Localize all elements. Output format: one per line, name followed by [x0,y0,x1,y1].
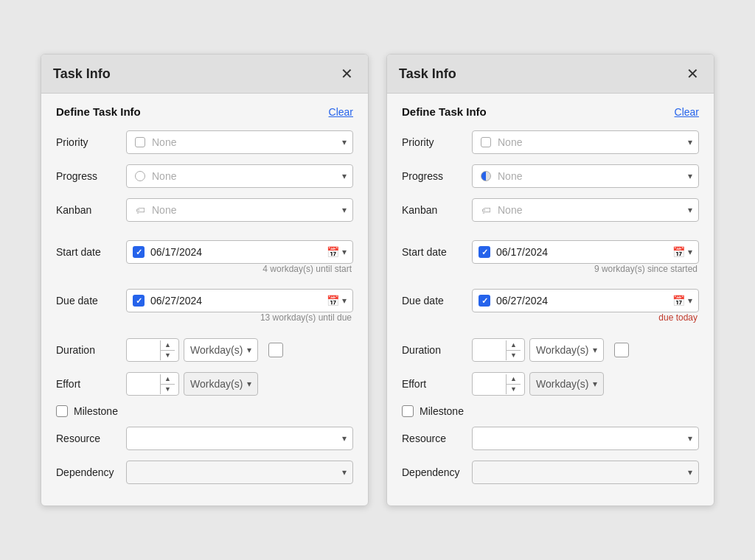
duration-up-left[interactable]: ▲ [161,340,175,351]
effort-row-right: Effort ▲ ▼ Workday(s) ▾ [402,371,699,396]
duration-spinner-left[interactable]: ▲ ▼ [126,338,179,362]
effort-up-left[interactable]: ▲ [161,374,175,385]
effort-spinner-btns-left: ▲ ▼ [160,374,175,394]
due-date-input-left[interactable]: 06/27/2024 📅 ▾ [126,289,353,312]
start-date-value-right: 06/17/2024 [496,246,672,258]
kanban-select-right[interactable]: 🏷 None ▾ [472,198,699,222]
due-date-control-left: 06/27/2024 📅 ▾ [126,289,353,312]
due-date-checkbox-right [479,295,490,307]
start-date-chevron-right: ▾ [688,247,692,257]
duration-spinner-btns-right: ▲ ▼ [506,340,521,360]
effort-unit-left[interactable]: Workday(s) ▾ [184,372,258,396]
due-date-input-right[interactable]: 06/27/2024 📅 ▾ [472,289,699,312]
duration-label-left: Duration [56,344,126,356]
section-title-right: Define Task Info [402,105,487,118]
duration-down-right[interactable]: ▼ [507,351,521,360]
effort-down-left[interactable]: ▼ [161,385,175,394]
resource-select-right[interactable]: ▾ [472,427,699,450]
resource-label-right: Resource [402,433,472,444]
resource-chevron-left: ▾ [342,433,347,444]
priority-select-right[interactable]: None ▾ [472,130,699,154]
due-date-value-left: 06/27/2024 [150,295,327,307]
effort-spinner-left[interactable]: ▲ ▼ [126,372,179,396]
start-date-input-left[interactable]: 06/17/2024 📅 ▾ [126,240,353,264]
duration-checkbox-left[interactable] [268,343,283,357]
kanban-tag-icon-left: 🏷 [133,205,147,216]
start-date-calendar-icon-left: 📅 [327,246,339,258]
effort-unit-text-right: Workday(s) [536,378,588,390]
page-container: Task Info ✕ Define Task Info Clear Prior… [18,24,737,536]
duration-unit-text-right: Workday(s) [536,344,588,356]
duration-control-left: ▲ ▼ Workday(s) ▾ [126,338,353,362]
duration-input-right[interactable] [473,340,506,360]
start-date-chevron-left: ▾ [342,247,347,257]
dependency-control-right: ▾ [472,461,699,484]
start-date-value-left: 06/17/2024 [150,246,327,258]
priority-label-left: Priority [56,136,126,148]
milestone-label-left: Milestone [74,405,118,417]
duration-checkbox-right[interactable] [614,343,629,357]
effort-inputs-right: ▲ ▼ Workday(s) ▾ [472,372,699,396]
duration-down-left[interactable]: ▼ [161,351,175,360]
priority-select-left[interactable]: None ▾ [126,130,353,154]
start-date-row-right: Start date 06/17/2024 📅 ▾ 9 workday(s) s… [402,240,699,280]
resource-label-left: Resource [56,433,126,444]
duration-unit-right[interactable]: Workday(s) ▾ [529,338,604,362]
progress-chevron-left: ▾ [342,171,347,181]
duration-inputs-left: ▲ ▼ Workday(s) ▾ [126,338,353,362]
progress-value-right: None [498,170,688,182]
progress-select-left[interactable]: None ▾ [126,164,353,188]
effort-input-right[interactable] [473,374,506,393]
priority-label-right: Priority [402,136,472,148]
milestone-checkbox-left[interactable] [56,405,68,417]
duration-input-left[interactable] [127,340,160,360]
panel-title-left: Task Info [53,66,111,82]
dependency-chevron-right: ▾ [688,467,692,477]
effort-control-left: ▲ ▼ Workday(s) ▾ [126,372,353,396]
dependency-select-left[interactable]: ▾ [126,461,353,484]
due-date-hint-left: 13 workday(s) until due [56,312,353,323]
close-button-right[interactable]: ✕ [683,65,702,83]
start-date-control-left: 06/17/2024 📅 ▾ [126,240,353,264]
effort-row-left: Effort ▲ ▼ Workday(s) ▾ [56,371,353,396]
dependency-row-left: Dependency ▾ [56,460,353,485]
duration-unit-left[interactable]: Workday(s) ▾ [184,338,258,362]
duration-spinner-right[interactable]: ▲ ▼ [472,338,525,362]
resource-select-left[interactable]: ▾ [126,427,353,450]
progress-row-left: Progress None ▾ [56,164,353,189]
effort-unit-right[interactable]: Workday(s) ▾ [529,372,604,396]
dependency-select-right[interactable]: ▾ [472,461,699,484]
milestone-checkbox-right[interactable] [402,405,414,417]
priority-chevron-left: ▾ [342,137,347,147]
progress-value-left: None [152,170,342,182]
due-date-checkbox-left [133,295,145,307]
panel-header-right: Task Info ✕ [387,55,714,94]
kanban-value-left: None [152,204,342,216]
clear-button-left[interactable]: Clear [329,106,353,118]
kanban-label-left: Kanban [56,204,126,216]
start-date-label-right: Start date [402,246,472,258]
dependency-label-left: Dependency [56,466,126,478]
clear-button-right[interactable]: Clear [675,106,699,118]
start-date-input-right[interactable]: 06/17/2024 📅 ▾ [472,240,699,264]
effort-input-left[interactable] [127,374,160,393]
close-button-left[interactable]: ✕ [338,65,356,83]
due-date-control-right: 06/27/2024 📅 ▾ [472,289,699,312]
progress-label-right: Progress [402,170,472,182]
milestone-label-right: Milestone [420,405,464,417]
priority-value-left: None [152,136,342,148]
due-date-label-right: Due date [402,295,472,307]
effort-down-right[interactable]: ▼ [507,385,521,394]
progress-half-icon-right [479,171,493,181]
duration-unit-text-left: Workday(s) [190,344,243,356]
kanban-select-left[interactable]: 🏷 None ▾ [126,198,353,222]
duration-up-right[interactable]: ▲ [507,340,521,351]
panel-header-left: Task Info ✕ [41,55,368,94]
progress-select-right[interactable]: None ▾ [472,164,699,188]
resource-control-right: ▾ [472,427,699,450]
effort-up-right[interactable]: ▲ [507,374,521,385]
effort-spinner-right[interactable]: ▲ ▼ [472,372,525,396]
effort-unit-chevron-left: ▾ [247,379,251,389]
priority-control-right: None ▾ [472,130,699,154]
kanban-control-left: 🏷 None ▾ [126,198,353,222]
